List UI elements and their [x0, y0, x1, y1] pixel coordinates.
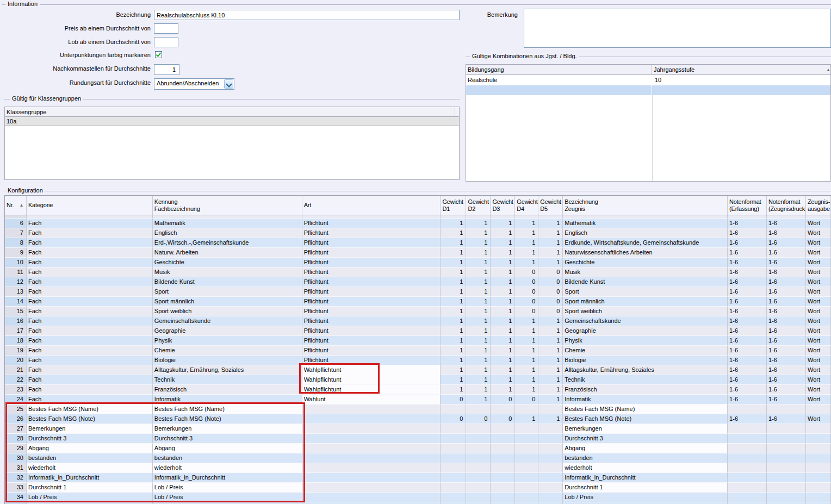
- cell-kategorie[interactable]: Fach: [27, 356, 153, 365]
- cell-ausgabe[interactable]: Wort: [806, 365, 831, 375]
- cell-nr[interactable]: 8: [5, 238, 27, 248]
- cell-kennung[interactable]: Technik: [153, 375, 302, 385]
- cell-nf_erfassung[interactable]: 1-6: [728, 414, 767, 424]
- cell-kategorie[interactable]: Fach: [27, 287, 153, 297]
- cell-d3[interactable]: [491, 405, 515, 414]
- cell-art[interactable]: Pflichtunt: [302, 316, 441, 326]
- cell-d5[interactable]: [538, 483, 563, 493]
- cell-d4[interactable]: [515, 405, 538, 414]
- cell-d4[interactable]: 1: [515, 215, 538, 219]
- cell-d1[interactable]: [441, 453, 466, 463]
- cell-nr[interactable]: 14: [5, 297, 27, 307]
- cell-d2[interactable]: 1: [466, 395, 491, 405]
- table-row[interactable]: 18FachPhysikPflichtunt11111Physik1-61-6W…: [5, 336, 831, 346]
- cell-d5[interactable]: [538, 463, 563, 473]
- cell-d3[interactable]: 1: [491, 219, 515, 228]
- cell-d2[interactable]: [466, 483, 491, 493]
- cell-kategorie[interactable]: Lob / Preis: [27, 493, 153, 502]
- cell-ausgabe[interactable]: [806, 453, 831, 463]
- cell-d4[interactable]: [515, 434, 538, 444]
- cell-art[interactable]: Pflichtunt: [302, 326, 441, 336]
- cell-nr[interactable]: 26: [5, 414, 27, 424]
- table-row[interactable]: 23FachFranzösischWahlpflichtunt11111Fran…: [5, 385, 831, 395]
- cell-nf_druck[interactable]: 1-6: [767, 277, 806, 287]
- preis-input[interactable]: [154, 23, 178, 34]
- cell-art[interactable]: Pflichtunt: [302, 297, 441, 307]
- cell-d4[interactable]: 0: [515, 307, 538, 316]
- cell-ausgabe[interactable]: Wort: [806, 385, 831, 395]
- cell-kategorie[interactable]: Fach: [27, 248, 153, 258]
- cell-kategorie[interactable]: Fach: [27, 297, 153, 307]
- cell-kategorie[interactable]: Durchschnitt 1: [27, 483, 153, 493]
- cell-d5[interactable]: 0: [538, 287, 563, 297]
- cell-d4[interactable]: 1: [515, 228, 538, 238]
- cell-d3[interactable]: [491, 493, 515, 502]
- cell-kategorie[interactable]: Fach: [27, 326, 153, 336]
- cell-d5[interactable]: 1: [538, 326, 563, 336]
- cell-nr[interactable]: 12: [5, 277, 27, 287]
- table-row[interactable]: 31wiederholtwiederholtwiederholt: [5, 463, 831, 473]
- cell-bezeichnung[interactable]: Lob / Preis: [563, 493, 728, 502]
- cell-klassengruppe[interactable]: 10a: [5, 117, 455, 126]
- cell-ausgabe[interactable]: [806, 424, 831, 434]
- cell-ausgabe[interactable]: [806, 434, 831, 444]
- cell-ausgabe[interactable]: [806, 463, 831, 473]
- cell-nr[interactable]: 10: [5, 258, 27, 267]
- cell-nf_erfassung[interactable]: [728, 493, 767, 502]
- cell-d5[interactable]: [538, 424, 563, 434]
- table-row[interactable]: 6FachMathematikPflichtunt11111Mathematik…: [5, 219, 831, 228]
- cell-kategorie[interactable]: Fach: [27, 365, 153, 375]
- cell-nf_druck[interactable]: 1-6: [767, 215, 806, 219]
- cell-kennung[interactable]: Bestes Fach MSG (Name): [153, 405, 302, 414]
- cell-art[interactable]: Wahlpflichtunt: [302, 385, 441, 395]
- rundungsart-select[interactable]: Abrunden/Abschneiden: [154, 78, 234, 90]
- cell-bezeichnung[interactable]: Gemeinschaftskunde: [563, 316, 728, 326]
- cell-art[interactable]: [302, 434, 441, 444]
- cell-nf_erfassung[interactable]: 1-6: [728, 215, 767, 219]
- cell-art[interactable]: [302, 493, 441, 502]
- table-row[interactable]: 20FachBiologiePflichtunt11111Biologie1-6…: [5, 356, 831, 365]
- cell-nf_druck[interactable]: [767, 473, 806, 483]
- cell-d4[interactable]: [515, 483, 538, 493]
- cell-nf_erfassung[interactable]: 1-6: [728, 248, 767, 258]
- cell-d3[interactable]: [491, 434, 515, 444]
- column-header-nr[interactable]: Nr.▲: [5, 196, 27, 215]
- cell-kennung[interactable]: Musik: [153, 267, 302, 277]
- cell-nr[interactable]: 16: [5, 316, 27, 326]
- cell-bezeichnung[interactable]: Biologie: [563, 356, 728, 365]
- cell-d4[interactable]: 1: [515, 258, 538, 267]
- cell-d5[interactable]: 1: [538, 395, 563, 405]
- cell-nf_druck[interactable]: 1-6: [767, 316, 806, 326]
- cell-nf_druck[interactable]: 1-6: [767, 307, 806, 316]
- cell-nf_druck[interactable]: [767, 405, 806, 414]
- table-row[interactable]: 5FachDeutschPflichtunt11111Deutsch1-61-6…: [5, 215, 831, 219]
- unterpunktungen-checkbox[interactable]: [155, 51, 162, 58]
- cell-kennung[interactable]: Abgang: [153, 444, 302, 453]
- cell-d2[interactable]: [466, 434, 491, 444]
- cell-nr[interactable]: 24: [5, 395, 27, 405]
- cell-kennung[interactable]: Bemerkungen: [153, 424, 302, 434]
- cell-nr[interactable]: 9: [5, 248, 27, 258]
- cell-bezeichnung[interactable]: Geographie: [563, 326, 728, 336]
- cell-kategorie[interactable]: Bemerkungen: [27, 424, 153, 434]
- cell-ausgabe[interactable]: Wort: [806, 258, 831, 267]
- cell-ausgabe[interactable]: Wort: [806, 307, 831, 316]
- cell-nr[interactable]: 17: [5, 326, 27, 336]
- cell-art[interactable]: [302, 444, 441, 453]
- cell-kategorie[interactable]: Bestes Fach MSG (Note): [27, 414, 153, 424]
- cell-d3[interactable]: 1: [491, 365, 515, 375]
- cell-d2[interactable]: 0: [466, 414, 491, 424]
- column-header-d3[interactable]: GewichtD3: [491, 196, 515, 215]
- cell-nr[interactable]: 30: [5, 453, 27, 463]
- cell-nf_druck[interactable]: 1-6: [767, 326, 806, 336]
- cell-d1[interactable]: 1: [441, 277, 466, 287]
- cell-bezeichnung[interactable]: Englisch: [563, 228, 728, 238]
- cell-art[interactable]: Pflichtunt: [302, 248, 441, 258]
- cell-nf_erfassung[interactable]: [728, 405, 767, 414]
- cell-nf_druck[interactable]: 1-6: [767, 414, 806, 424]
- cell-nf_erfassung[interactable]: 1-6: [728, 287, 767, 297]
- cell-kennung[interactable]: Geschichte: [153, 258, 302, 267]
- cell-kennung[interactable]: bestanden: [153, 453, 302, 463]
- cell-bezeichnung[interactable]: Sport männlich: [563, 297, 728, 307]
- cell-nf_druck[interactable]: 1-6: [767, 346, 806, 356]
